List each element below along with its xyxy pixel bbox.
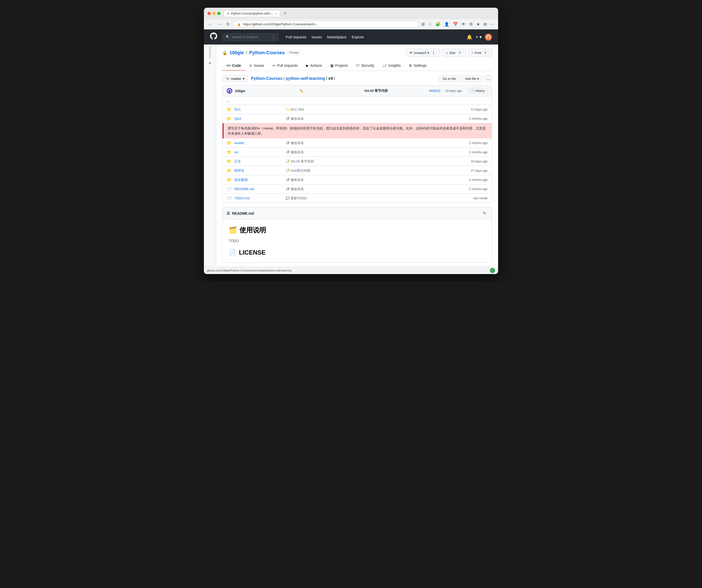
commit-author: 100gle [235, 89, 297, 93]
github-favicon: ⊙ [227, 12, 229, 15]
bookmark-icon[interactable]: ☆ [427, 21, 433, 28]
file-name-link[interactable]: 综合案例 [234, 178, 285, 182]
tab-security-label: Security [361, 64, 374, 68]
commit-time: 10 days ago [445, 89, 462, 93]
fork-icon: ⑂ [471, 51, 474, 55]
tab-settings-label: Settings [414, 64, 427, 68]
file-name-link[interactable]: Q&A [234, 117, 285, 121]
clock-icon: 🕐 [470, 89, 474, 93]
nav-pull-requests[interactable]: Pull requests [286, 35, 307, 39]
active-tab[interactable]: ⊙ Python-Courses/python-self-l... ✕ [224, 10, 280, 17]
star-button[interactable]: ☆ Star 0 [442, 48, 466, 57]
search-box[interactable]: 🔍 Search or jump to... / [222, 33, 278, 41]
breadcrumb-repo-link[interactable]: Python-Courses [251, 76, 283, 81]
notification-bell-icon[interactable]: 🔔 [467, 34, 472, 40]
tab-actions-label: Actions [310, 64, 322, 68]
file-name-link[interactable]: TODO.md [234, 196, 285, 200]
repo-owner-link[interactable]: 100gle [229, 50, 244, 55]
nav-issues[interactable]: Issues [312, 35, 322, 39]
insights-icon: 📈 [382, 64, 387, 68]
more-menu-icon[interactable]: ⋯ [489, 21, 495, 28]
star-icon: ☆ [445, 51, 449, 55]
repo-actions: 👁 Unwatch ▾ 1 ☆ Star 0 ⑂ [406, 48, 492, 57]
forward-button[interactable]: → [216, 21, 223, 28]
folder-icon: 📁 [227, 159, 232, 164]
tab-settings[interactable]: ⚙ Settings [405, 61, 431, 71]
header-actions: 🔔 + ▾ [467, 33, 492, 41]
nav-marketplace[interactable]: Marketplace [327, 35, 346, 39]
fork-button[interactable]: ⑂ Fork 0 [468, 48, 492, 57]
breadcrumb-folder-link[interactable]: python-self-learning [286, 76, 325, 81]
file-icon: 📄 [227, 196, 232, 201]
tab-pr-label: Pull requests [277, 64, 298, 68]
reload-button[interactable]: ↻ [225, 21, 231, 28]
tab-close-button[interactable]: ✕ [275, 12, 277, 15]
readme-edit-button[interactable]: ✎ [481, 210, 488, 217]
tab-issues[interactable]: ⊙ Issues [245, 61, 268, 71]
tab-actions[interactable]: ▶ Actions [302, 61, 326, 71]
file-name-link[interactable]: src [234, 150, 285, 154]
readme-heading-emoji: 🗂️ [229, 226, 237, 234]
octotree-menu-icon[interactable]: ≡ [209, 61, 211, 66]
user-avatar[interactable] [485, 33, 492, 41]
tab-insights-label: Insights [388, 64, 400, 68]
file-commit-text: 🍜 修改命名 [285, 116, 457, 121]
file-browser-header: ⌥ master ▾ Python-Courses / python-self-… [222, 75, 492, 82]
toolbar-icons: ⊞ ☆ 🧩 👤 📅 👁 ⚙ ★ ⊞ ⋯ [420, 21, 495, 28]
repo-body: Octotree ≡ 🔒 100gle / Python-Courses Pri… [204, 44, 498, 267]
eye-icon[interactable]: 👁 [461, 21, 467, 28]
new-tab-button[interactable]: + [282, 10, 288, 17]
file-time: 2 months ago [457, 141, 488, 145]
warning-text: 撰写关于角色扮演的H（Hentai，即色情）游戏的内容是不恰当的，因为这涉及到色… [228, 126, 486, 135]
file-row: 📁 正文 📝 Vol.04 章节内容 10 days ago [223, 157, 492, 166]
file-name-link[interactable]: README.md [234, 187, 285, 191]
maximize-button[interactable] [217, 12, 221, 15]
branch-selector[interactable]: ⌥ master ▾ [222, 75, 248, 82]
history-button[interactable]: 🕐 History [468, 88, 488, 94]
github-nav: Pull requests Issues Marketplace Explore [286, 35, 364, 39]
tab-projects[interactable]: ▦ Projects [326, 61, 352, 71]
tab-bar: ⊙ Python-Courses/python-self-l... ✕ + [224, 10, 494, 17]
nav-explore[interactable]: Explore [352, 35, 364, 39]
calendar-icon[interactable]: 📅 [452, 21, 459, 28]
repo-name-link[interactable]: Python-Courses [249, 50, 285, 55]
tab-pull-requests[interactable]: ⤔ Pull requests [268, 61, 302, 71]
browser-toolbar: ← → ↻ 🔒 https://github.com/100gle/Python… [204, 19, 498, 29]
file-row: 📁 assets 🍜 修改命名 2 months ago [223, 138, 492, 148]
file-name-link[interactable]: 正文 [234, 159, 285, 164]
commit-header: 100gle ✏️ Vol.04 章节内容 4446c52 10 days ag… [223, 86, 492, 97]
actions-icon: ▶ [306, 64, 309, 68]
file-time: 10 days ago [457, 160, 488, 163]
grid-icon[interactable]: ⊞ [482, 21, 488, 28]
file-time: 2 months ago [457, 150, 488, 154]
goto-file-button[interactable]: Go to file [439, 75, 460, 82]
add-file-dropdown-icon: ▾ [477, 77, 479, 81]
address-bar[interactable]: 🔒 https://github.com/100gle/Python-Cours… [233, 21, 418, 28]
file-row: 📄 README.md 🍜 修改命名 2 months ago [223, 185, 492, 194]
avatar-icon[interactable]: 👤 [443, 21, 450, 28]
unwatch-button[interactable]: 👁 Unwatch ▾ 1 [406, 48, 440, 57]
puzzle-icon[interactable]: 🧩 [434, 21, 442, 28]
star-toolbar-icon[interactable]: ★ [475, 21, 481, 28]
browser-titlebar: ⊙ Python-Courses/python-self-l... ✕ + [204, 8, 498, 19]
security-badge: ✓ [490, 268, 495, 273]
tab-code[interactable]: <> Code [222, 61, 245, 71]
file-name-link[interactable]: DLC [234, 107, 285, 111]
github-logo[interactable] [210, 32, 217, 41]
tab-insights[interactable]: 📈 Insights [378, 61, 405, 71]
settings-icon[interactable]: ⚙ [468, 21, 474, 28]
commit-hash[interactable]: 4446c52 [429, 89, 441, 93]
extensions-icon[interactable]: ⊞ [420, 21, 426, 28]
readme-header: ☰ README.md ✎ [223, 207, 492, 220]
close-button[interactable] [208, 12, 211, 15]
plus-new-icon[interactable]: + ▾ [475, 34, 482, 40]
add-file-button[interactable]: Add file ▾ [462, 75, 482, 82]
more-options-button[interactable]: ... [484, 75, 492, 82]
file-name-link[interactable]: assets [234, 141, 285, 145]
file-name-link[interactable]: 碎碎念 [234, 168, 285, 173]
back-button[interactable]: ← [207, 21, 214, 28]
minimize-button[interactable] [212, 12, 216, 15]
tab-security[interactable]: 🛡 Security [352, 61, 378, 71]
dotdot-text[interactable]: .. [227, 99, 229, 103]
folder-icon: 📁 [227, 150, 232, 154]
